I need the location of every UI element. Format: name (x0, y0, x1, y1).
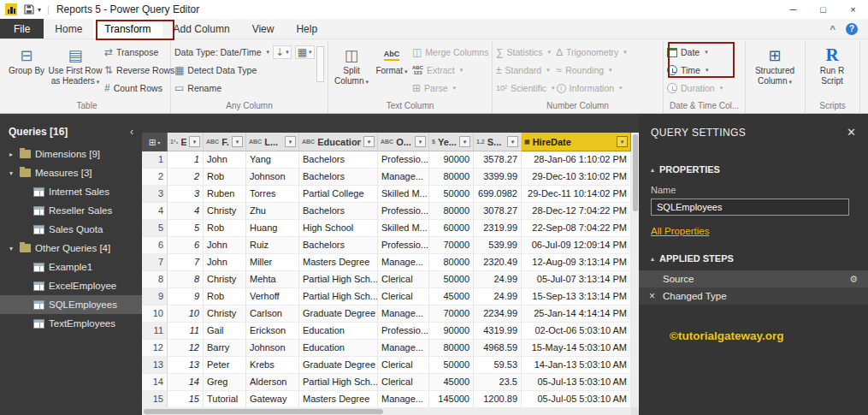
maximize-button[interactable]: □ (808, 0, 838, 19)
collapse-pane-icon[interactable]: ‹ (130, 126, 133, 138)
table-row[interactable]: 88ChristyMehtaPartial High Sch...Clerica… (142, 271, 631, 288)
minimize-button[interactable]: ─ (778, 0, 808, 19)
move-column-button[interactable] (316, 46, 325, 82)
collapse-arrow-icon[interactable]: ▾ (7, 245, 15, 252)
save-icon[interactable] (24, 4, 34, 15)
count-rows-button[interactable]: # Count Rows (104, 80, 174, 96)
column-type-icon[interactable]: ABC (302, 139, 315, 145)
table-row[interactable]: 1414GregAldersonPartial High Sch...Cleri… (142, 374, 631, 391)
statistics-button[interactable]: ∑ Statistics▾ (496, 44, 555, 60)
query-item-example1[interactable]: Example1 (0, 258, 142, 276)
column-type-icon[interactable]: 1.2 (476, 139, 485, 145)
column-header-f[interactable]: ABCF... (204, 133, 246, 151)
split-column-button[interactable]: ◫ Split Column▾ (332, 43, 371, 86)
rename-button[interactable]: ▭ Rename (174, 80, 315, 96)
filter-dropdown-icon[interactable] (285, 136, 296, 147)
query-item-dimensions-9[interactable]: ▸Dimensions [9] (0, 145, 142, 163)
table-row[interactable]: 33RubenTorresPartial CollegeSkilled M...… (142, 186, 631, 203)
delete-step-icon[interactable]: × (649, 288, 655, 305)
table-row[interactable]: 77JohnMillerMasters DegreeManage...80000… (142, 254, 631, 271)
tab-transform[interactable]: Transform (93, 19, 162, 39)
collapse-section-icon[interactable]: ▴ (651, 166, 654, 174)
tab-add-column[interactable]: Add Column (162, 19, 241, 39)
filter-dropdown-icon[interactable] (507, 136, 518, 147)
query-item-measures-3[interactable]: ▾Measures [3] (0, 163, 142, 182)
tab-help[interactable]: Help (285, 19, 328, 39)
table-row[interactable]: 55RobHuangHigh SchoolSkilled M...6000023… (142, 220, 631, 237)
group-by-button[interactable]: ⊟ Group By (7, 43, 46, 76)
select-all-corner-cell[interactable]: ⊞▾ (142, 133, 168, 151)
close-button[interactable]: × (838, 0, 868, 19)
vertical-scrollbar-thumb[interactable] (633, 134, 638, 211)
applied-step-source[interactable]: Source⚙ (639, 270, 868, 288)
query-item-textemployees[interactable]: TextEmployees (0, 314, 142, 333)
format-button[interactable]: AbC Format▾ (373, 43, 410, 77)
query-item-other-queries-4[interactable]: ▾Other Queries [4] (0, 239, 142, 258)
query-item-sqlemployees[interactable]: SQLEmployees (0, 295, 142, 314)
column-header-hiredate[interactable]: ▦HireDate (522, 133, 631, 151)
close-panel-icon[interactable]: ✕ (847, 126, 856, 139)
column-type-icon[interactable]: 1²₃ (170, 139, 178, 145)
table-row[interactable]: 1212BarryJohnsonEducationManage...800004… (142, 340, 631, 357)
trigonometry-button[interactable]: ∆ Trigonometry▾ (557, 44, 627, 60)
use-first-row-as-headers-button[interactable]: ▤ Use First Row as Headers▾ (48, 43, 103, 86)
column-type-icon[interactable]: ABC (206, 139, 219, 145)
tab-home[interactable]: Home (44, 19, 93, 39)
column-header-ye[interactable]: $Ye... (429, 133, 474, 151)
query-item-sales-quota[interactable]: Sales Quota (0, 220, 142, 239)
query-item-reseller-sales[interactable]: Reseller Sales (0, 201, 142, 220)
query-name-input[interactable] (651, 199, 849, 216)
pivot-mini-button[interactable]: ▦▾ (295, 45, 315, 59)
transpose-button[interactable]: ⇄ Transpose (104, 44, 174, 60)
run-r-script-button[interactable]: R Run R Script (809, 43, 855, 86)
tab-file[interactable]: File (0, 19, 44, 39)
table-row[interactable]: 99RobVerhoffPartial High Sch...Clerical4… (142, 288, 631, 305)
all-properties-link[interactable]: All Properties (651, 226, 709, 236)
table-row[interactable]: 1515TutorialGatewayMasters DegreeManage.… (142, 391, 631, 407)
quick-access-caret-icon[interactable]: ▾ (38, 6, 41, 14)
data-type-button[interactable]: Data Type: Date/Time▾ (174, 44, 269, 60)
replace-values-mini-button[interactable]: ⇣▾ (273, 45, 292, 59)
applied-step-changed-type[interactable]: ×Changed Type (639, 288, 868, 305)
date-button[interactable]: Date▾ (667, 44, 723, 60)
filter-dropdown-icon[interactable] (415, 136, 426, 147)
duration-button[interactable]: Duration▾ (667, 80, 723, 96)
column-type-icon[interactable]: ▦ (524, 139, 530, 145)
horizontal-scrollbar[interactable] (142, 407, 631, 415)
column-header-e[interactable]: 1²₃E... (168, 133, 204, 151)
column-header-education[interactable]: ABCEducation (299, 133, 378, 151)
query-item-excelemployee[interactable]: ExcelEmployee (0, 276, 142, 295)
information-button[interactable]: i Information▾ (557, 80, 627, 96)
structured-column-button[interactable]: ⊞ Structured Column▾ (749, 43, 800, 86)
detect-data-type-button[interactable]: ▦ Detect Data Type (174, 62, 315, 78)
parse-button[interactable]: ⊞ Parse▾ (412, 80, 488, 96)
column-header-o[interactable]: ABCO... (378, 133, 429, 151)
help-icon[interactable]: ? (846, 23, 858, 35)
filter-dropdown-icon[interactable] (232, 136, 243, 147)
filter-dropdown-icon[interactable] (189, 136, 200, 147)
query-item-internet-sales[interactable]: Internet Sales (0, 182, 142, 201)
column-type-icon[interactable]: ABC (381, 139, 393, 145)
time-button[interactable]: Time▾ (667, 62, 723, 78)
extract-button[interactable]: ABC123 Extract▾ (412, 62, 488, 78)
scientific-button[interactable]: 10² Scientific▾ (496, 80, 555, 96)
filter-dropdown-icon[interactable] (459, 136, 470, 147)
reverse-rows-button[interactable]: ⇅ Reverse Rows (104, 62, 174, 78)
merge-columns-button[interactable]: ◫ Merge Columns (412, 44, 488, 60)
expand-arrow-icon[interactable]: ▸ (7, 151, 15, 158)
table-row[interactable]: 11JohnYangBachelorsProfessio...900003578… (142, 151, 631, 169)
table-row[interactable]: 1313PeterKrebsGraduate DegreeClerical500… (142, 357, 631, 374)
filter-dropdown-icon[interactable] (363, 136, 375, 147)
column-type-icon[interactable]: ABC (249, 139, 262, 145)
filter-dropdown-icon[interactable] (617, 136, 628, 147)
table-row[interactable]: 22RobJohnsonBachelorsManage...800003399.… (142, 169, 631, 186)
horizontal-scrollbar-thumb[interactable] (144, 409, 383, 414)
tab-view[interactable]: View (241, 19, 286, 39)
table-row[interactable]: 1111GailEricksonEducationProfessio...900… (142, 323, 631, 340)
vertical-scrollbar[interactable] (631, 133, 639, 407)
table-row[interactable]: 44ChristyZhuBachelorsProfessio...8000030… (142, 203, 631, 220)
collapse-section-icon[interactable]: ▴ (651, 255, 654, 263)
table-row[interactable]: 66JohnRuizBachelorsProfessio...70000539.… (142, 237, 631, 254)
table-row[interactable]: 1010ChristyCarlsonGraduate DegreeManage.… (142, 305, 631, 323)
rounding-button[interactable]: ≈ Rounding▾ (557, 62, 627, 78)
